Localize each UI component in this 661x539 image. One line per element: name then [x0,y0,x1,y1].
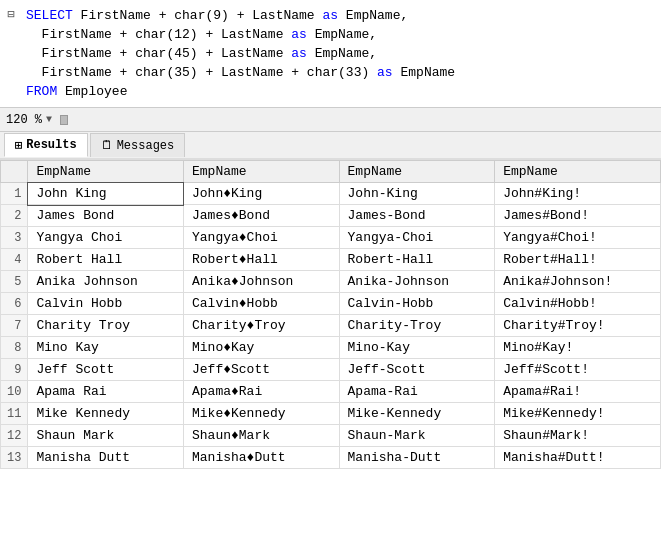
cell-rownum: 1 [1,183,28,205]
cell-1-col3[interactable]: John-King [339,183,495,205]
cell-3-col1[interactable]: Yangya Choi [28,227,184,249]
cell-rownum: 8 [1,337,28,359]
table-row[interactable]: 12Shaun MarkShaun♦MarkShaun-MarkShaun#Ma… [1,425,661,447]
messages-icon: 🗒 [101,138,113,153]
table-row[interactable]: 10Apama RaiApama♦RaiApama-RaiApama#Rai! [1,381,661,403]
results-container[interactable]: EmpName EmpName EmpName EmpName 1John Ki… [0,160,661,539]
cell-1-col2[interactable]: John♦King [183,183,339,205]
main-content: ⊟ SELECT FirstName + char(9) + LastName … [0,0,661,539]
cell-8-col3[interactable]: Mino-Kay [339,337,495,359]
cell-5-col3[interactable]: Anika-Johnson [339,271,495,293]
cell-1-col1[interactable]: John King [28,183,184,205]
zoom-bar: 120 % ▼ [0,108,661,132]
table-row[interactable]: 4Robert HallRobert♦HallRobert-HallRobert… [1,249,661,271]
cell-9-col4[interactable]: Jeff#Scott! [495,359,661,381]
cell-2-col3[interactable]: James-Bond [339,205,495,227]
zoom-dropdown-icon[interactable]: ▼ [46,114,52,125]
cell-6-col3[interactable]: Calvin-Hobb [339,293,495,315]
cell-12-col2[interactable]: Shaun♦Mark [183,425,339,447]
cell-11-col4[interactable]: Mike#Kennedy! [495,403,661,425]
cell-9-col1[interactable]: Jeff Scott [28,359,184,381]
cell-4-col2[interactable]: Robert♦Hall [183,249,339,271]
cell-rownum: 4 [1,249,28,271]
table-row[interactable]: 8Mino KayMino♦KayMino-KayMino#Kay! [1,337,661,359]
cell-9-col2[interactable]: Jeff♦Scott [183,359,339,381]
horizontal-scrollbar[interactable] [60,115,68,125]
cell-12-col4[interactable]: Shaun#Mark! [495,425,661,447]
cell-3-col2[interactable]: Yangya♦Choi [183,227,339,249]
cell-10-col4[interactable]: Apama#Rai! [495,381,661,403]
cell-1-col4[interactable]: John#King! [495,183,661,205]
tabs-bar: ⊞ Results 🗒 Messages [0,132,661,160]
cell-6-col2[interactable]: Calvin♦Hobb [183,293,339,315]
cell-2-col2[interactable]: James♦Bond [183,205,339,227]
cell-rownum: 13 [1,447,28,469]
table-row[interactable]: 9Jeff ScottJeff♦ScottJeff-ScottJeff#Scot… [1,359,661,381]
col-header-empname-2: EmpName [183,161,339,183]
table-row[interactable]: 7Charity TroyCharity♦TroyCharity-TroyCha… [1,315,661,337]
cell-11-col1[interactable]: Mike Kennedy [28,403,184,425]
cell-11-col2[interactable]: Mike♦Kennedy [183,403,339,425]
cell-8-col2[interactable]: Mino♦Kay [183,337,339,359]
cell-5-col1[interactable]: Anika Johnson [28,271,184,293]
col-header-rownum [1,161,28,183]
cell-rownum: 10 [1,381,28,403]
cell-11-col3[interactable]: Mike-Kennedy [339,403,495,425]
sql-line-5: FROM Employee [26,82,657,101]
sql-line-3: FirstName + char(45) + LastName as EmpNa… [26,44,657,63]
cell-rownum: 11 [1,403,28,425]
table-row[interactable]: 3Yangya ChoiYangya♦ChoiYangya-ChoiYangya… [1,227,661,249]
sql-line-4: FirstName + char(35) + LastName + char(3… [26,63,657,82]
cell-2-col1[interactable]: James Bond [28,205,184,227]
cell-10-col3[interactable]: Apama-Rai [339,381,495,403]
table-row[interactable]: 11Mike KennedyMike♦KennedyMike-KennedyMi… [1,403,661,425]
table-row[interactable]: 6Calvin HobbCalvin♦HobbCalvin-HobbCalvin… [1,293,661,315]
cell-rownum: 2 [1,205,28,227]
cell-9-col3[interactable]: Jeff-Scott [339,359,495,381]
cell-4-col4[interactable]: Robert#Hall! [495,249,661,271]
cell-13-col1[interactable]: Manisha Dutt [28,447,184,469]
cell-8-col1[interactable]: Mino Kay [28,337,184,359]
col-header-empname-4: EmpName [495,161,661,183]
cell-5-col4[interactable]: Anika#Johnson! [495,271,661,293]
table-row[interactable]: 1John KingJohn♦KingJohn-KingJohn#King! [1,183,661,205]
cell-8-col4[interactable]: Mino#Kay! [495,337,661,359]
tab-messages[interactable]: 🗒 Messages [90,133,186,157]
cell-6-col4[interactable]: Calvin#Hobb! [495,293,661,315]
col-header-empname-3: EmpName [339,161,495,183]
cell-7-col1[interactable]: Charity Troy [28,315,184,337]
cell-4-col1[interactable]: Robert Hall [28,249,184,271]
cell-13-col4[interactable]: Manisha#Dutt! [495,447,661,469]
line-gutter: ⊟ [0,4,22,103]
sql-code[interactable]: SELECT FirstName + char(9) + LastName as… [22,4,661,103]
cell-10-col2[interactable]: Apama♦Rai [183,381,339,403]
table-header-row: EmpName EmpName EmpName EmpName [1,161,661,183]
collapse-icon[interactable]: ⊟ [0,6,22,25]
results-table: EmpName EmpName EmpName EmpName 1John Ki… [0,160,661,469]
table-row[interactable]: 2James BondJames♦BondJames-BondJames#Bon… [1,205,661,227]
tab-results[interactable]: ⊞ Results [4,133,88,157]
cell-12-col1[interactable]: Shaun Mark [28,425,184,447]
table-row[interactable]: 13Manisha DuttManisha♦DuttManisha-DuttMa… [1,447,661,469]
cell-3-col4[interactable]: Yangya#Choi! [495,227,661,249]
cell-rownum: 9 [1,359,28,381]
cell-12-col3[interactable]: Shaun-Mark [339,425,495,447]
tab-results-label: Results [26,138,76,152]
table-row[interactable]: 5Anika JohnsonAnika♦JohnsonAnika-Johnson… [1,271,661,293]
cell-7-col3[interactable]: Charity-Troy [339,315,495,337]
cell-6-col1[interactable]: Calvin Hobb [28,293,184,315]
cell-4-col3[interactable]: Robert-Hall [339,249,495,271]
cell-5-col2[interactable]: Anika♦Johnson [183,271,339,293]
cell-7-col2[interactable]: Charity♦Troy [183,315,339,337]
cell-7-col4[interactable]: Charity#Troy! [495,315,661,337]
cell-rownum: 3 [1,227,28,249]
sql-line-2: FirstName + char(12) + LastName as EmpNa… [26,25,657,44]
cell-rownum: 7 [1,315,28,337]
sql-editor: ⊟ SELECT FirstName + char(9) + LastName … [0,0,661,108]
cell-2-col4[interactable]: James#Bond! [495,205,661,227]
cell-3-col3[interactable]: Yangya-Choi [339,227,495,249]
cell-13-col2[interactable]: Manisha♦Dutt [183,447,339,469]
cell-10-col1[interactable]: Apama Rai [28,381,184,403]
cell-rownum: 5 [1,271,28,293]
cell-13-col3[interactable]: Manisha-Dutt [339,447,495,469]
